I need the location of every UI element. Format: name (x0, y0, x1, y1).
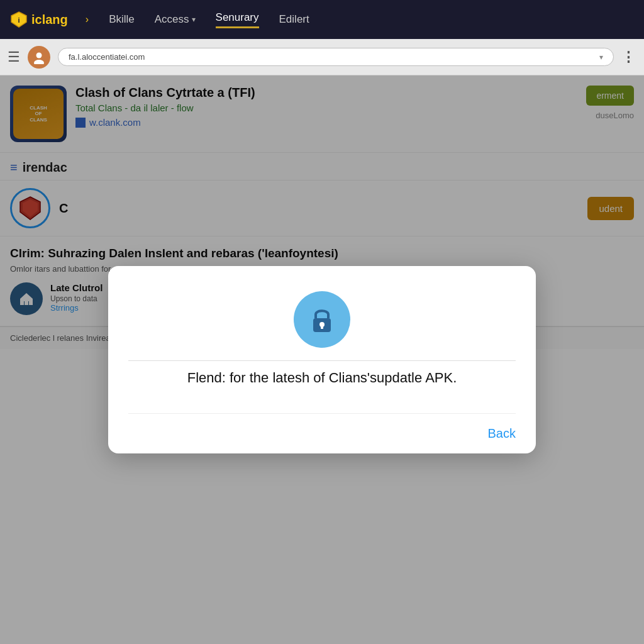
url-text: fa.l.aloccentiatei.com (69, 52, 145, 62)
svg-point-3 (34, 60, 44, 64)
page-content: CLASHOFCLANS Clash of Clans Cytrtate a (… (0, 75, 644, 644)
chevron-down-icon: ▾ (192, 15, 196, 24)
modal-actions: Back (108, 414, 536, 453)
modal-icon-area (108, 266, 536, 360)
modal-message: Flend: for the latesh of Clians'supdatle… (108, 361, 536, 413)
nav-item-access[interactable]: Access ▾ (155, 13, 196, 26)
url-bar[interactable]: fa.l.aloccentiatei.com ▾ (58, 48, 614, 66)
url-chevron-icon: ▾ (599, 53, 603, 62)
nav-arrow-icon: › (86, 14, 89, 25)
top-navigation: i iclang › Bkille Access ▾ Senurary Edil… (0, 0, 644, 39)
hamburger-icon[interactable]: ☰ (8, 49, 20, 65)
browser-bar: ☰ fa.l.aloccentiatei.com ▾ ⋮ (0, 39, 644, 75)
svg-text:i: i (18, 16, 19, 24)
nav-logo[interactable]: i iclang (10, 11, 68, 28)
nav-items: Bkille Access ▾ Senurary Edilert (109, 11, 309, 28)
avatar-icon (32, 50, 46, 64)
lock-icon-circle (294, 291, 350, 348)
back-button[interactable]: Back (488, 426, 516, 441)
nav-item-senurary[interactable]: Senurary (216, 11, 259, 28)
logo-shield-icon: i (10, 11, 28, 28)
modal-dialog: Flend: for the latesh of Clians'supdatle… (108, 266, 536, 453)
svg-point-2 (36, 52, 42, 58)
lock-icon (307, 303, 337, 336)
svg-rect-13 (321, 326, 323, 329)
modal-overlay: Flend: for the latesh of Clians'supdatle… (0, 75, 644, 644)
nav-item-bkille[interactable]: Bkille (109, 13, 135, 26)
more-options-icon[interactable]: ⋮ (621, 49, 636, 65)
nav-item-edilert[interactable]: Edilert (279, 13, 309, 26)
avatar[interactable] (28, 46, 50, 69)
